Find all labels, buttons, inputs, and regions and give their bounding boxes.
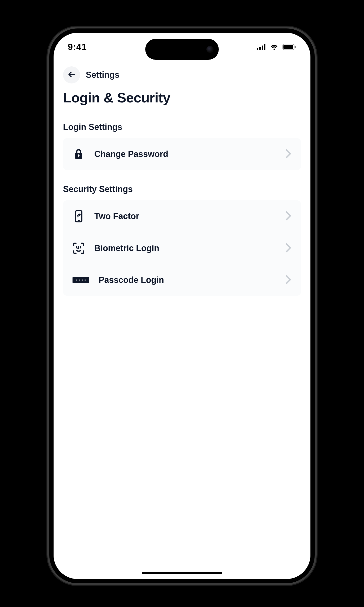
chevron-right-icon [285,149,291,159]
chevron-right-icon [285,243,291,253]
svg-rect-0 [257,48,258,50]
svg-rect-12 [78,220,80,221]
nav-title: Settings [86,70,119,80]
face-scan-icon [73,242,85,254]
row-label: Biometric Login [94,243,276,253]
row-label: Change Password [94,149,276,159]
section-title: Security Settings [63,184,301,194]
svg-rect-6 [295,46,296,48]
phone-key-icon [73,210,85,222]
svg-rect-5 [284,45,293,49]
row-label: Passcode Login [99,275,276,285]
row-two-factor[interactable]: Two Factor [63,200,301,232]
svg-rect-10 [78,156,79,158]
section-rows: Two Factor [63,200,301,296]
svg-rect-3 [264,44,265,50]
row-biometric-login[interactable]: Biometric Login [63,232,301,264]
svg-rect-2 [262,46,263,50]
row-passcode-login[interactable]: Passcode Login [63,264,301,296]
lock-icon [73,148,85,160]
chevron-right-icon [285,211,291,222]
cellular-icon [257,44,266,50]
wifi-icon [270,44,279,50]
svg-rect-1 [259,47,261,50]
section-rows: Change Password [63,138,301,170]
row-change-password[interactable]: Change Password [63,138,301,170]
status-right [257,44,296,50]
phone-frame: 9:41 [49,28,315,583]
section-title: Login Settings [63,122,301,132]
page-title: Login & Security [63,90,301,106]
nav-bar: Settings [63,64,301,86]
row-label: Two Factor [94,211,276,221]
dynamic-island [145,39,219,60]
screen-content: Settings Login & Security Login Settings [53,64,311,579]
chevron-right-icon [285,275,291,285]
back-button[interactable] [63,66,80,83]
arrow-left-icon [67,70,76,79]
svg-rect-15 [77,216,79,217]
passcode-icon [73,277,89,283]
battery-icon [283,44,296,50]
home-indicator[interactable] [142,572,222,574]
status-time: 9:41 [68,42,87,52]
section-login-settings: Login Settings Change Password [63,122,301,170]
section-security-settings: Security Settings Two Factor [63,184,301,296]
